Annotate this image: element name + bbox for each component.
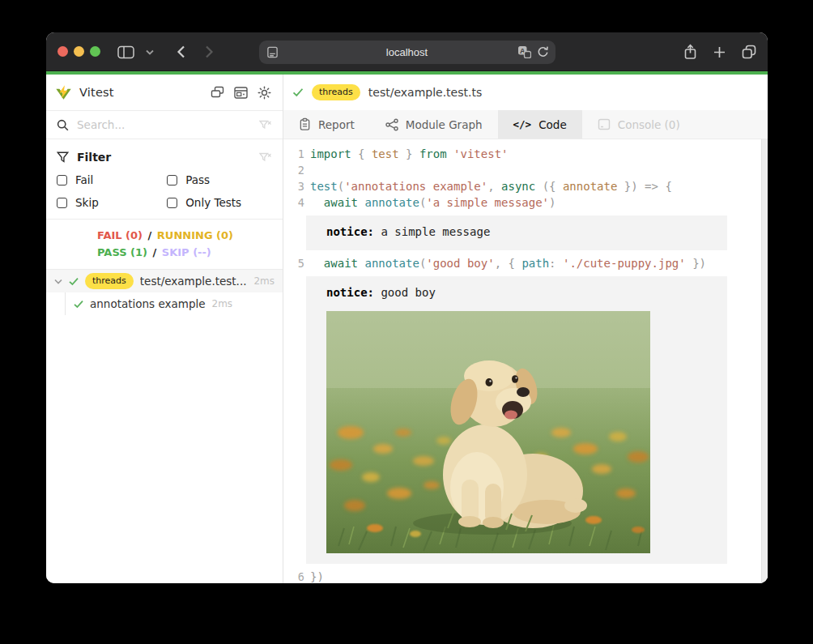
line-number: 1 <box>283 146 304 162</box>
module-graph-icon <box>385 118 398 131</box>
sidebar: Vitest <box>46 75 283 583</box>
notice-label: notice: <box>326 225 374 238</box>
line-number: 5 <box>283 255 304 271</box>
code-line-4: 4 await annotate('a simple message') <box>283 194 768 211</box>
check-icon <box>74 300 83 309</box>
code-line-6: 6}) <box>283 569 768 583</box>
annotation-notice: notice: a simple message <box>306 215 727 250</box>
panels-icon[interactable] <box>211 86 224 99</box>
tab-module-graph[interactable]: Module Graph <box>370 110 498 139</box>
file-path: test/example.test.ts <box>368 86 482 99</box>
pool-badge: threads <box>312 84 360 100</box>
fail-count: FAIL (0) <box>97 229 143 241</box>
line-number: 6 <box>283 569 304 583</box>
translate-icon[interactable]: A <box>517 45 531 58</box>
filter-option-fail[interactable]: Fail <box>57 173 167 186</box>
reload-icon[interactable] <box>537 45 549 58</box>
test-duration: 2ms <box>253 275 275 287</box>
checkbox[interactable] <box>167 175 177 186</box>
skip-count: SKIP (--) <box>162 246 211 258</box>
code-line-5: 5 await annotate('good boy', { path: './… <box>283 255 768 271</box>
checkbox[interactable] <box>167 198 177 208</box>
vitest-app: Vitest <box>46 71 768 583</box>
filter-funnel-icon <box>57 151 69 163</box>
tab-code[interactable]: </> Code <box>498 110 582 139</box>
minimize-window-button[interactable] <box>74 46 84 57</box>
test-duration: 2ms <box>212 298 233 309</box>
clear-search-icon[interactable] <box>259 120 272 130</box>
theme-toggle-sun-icon[interactable] <box>258 86 271 100</box>
dashboard-icon[interactable] <box>234 87 248 99</box>
code-line-3: 3test('annotations example', async ({ an… <box>283 178 768 194</box>
tab-overview-icon[interactable] <box>742 45 756 59</box>
filter-option-only-tests[interactable]: Only Tests <box>167 196 272 209</box>
file-header: threads test/example.test.ts <box>283 75 768 110</box>
line-number: 4 <box>283 194 304 211</box>
forward-button[interactable] <box>205 45 214 58</box>
tab-report[interactable]: Report <box>283 110 370 139</box>
test-file-name: test/example.test.... <box>140 275 248 288</box>
code-line-1: 1import { test } from 'vitest' <box>283 146 768 162</box>
clear-filter-icon[interactable] <box>259 152 272 163</box>
chevron-down-icon[interactable] <box>146 49 154 55</box>
line-number: 3 <box>283 178 304 194</box>
chevron-down-icon[interactable] <box>54 279 62 284</box>
check-icon <box>69 277 79 286</box>
notice-label: notice: <box>326 286 374 299</box>
vitest-logo-icon <box>55 84 72 101</box>
search-icon <box>57 119 69 131</box>
traffic-lights <box>57 46 100 57</box>
test-case-row[interactable]: annotations example 2ms <box>65 292 283 315</box>
filter-option-pass[interactable]: Pass <box>167 173 272 186</box>
run-summary: FAIL (0) / RUNNING (0) PASS (1) / SKIP (… <box>46 220 283 270</box>
search-input[interactable] <box>77 118 251 131</box>
puppy-photo[interactable] <box>326 311 650 553</box>
new-tab-icon[interactable] <box>713 46 726 58</box>
test-case-name: annotations example <box>90 297 206 310</box>
safari-window: localhost A <box>46 32 768 583</box>
report-icon <box>299 117 311 131</box>
app-title: Vitest <box>79 86 114 99</box>
console-icon <box>598 118 611 130</box>
browser-toolbar: localhost A <box>46 32 768 71</box>
test-file-row[interactable]: threads test/example.test.... 2ms <box>46 270 283 292</box>
url-text: localhost <box>259 41 555 64</box>
pass-count: PASS (1) <box>97 246 147 258</box>
tab-console[interactable]: Console (0) <box>582 110 696 139</box>
code-area: 1import { test } from 'vitest'23test('an… <box>283 139 768 583</box>
code-icon: </> <box>513 118 532 130</box>
code-line-2: 2 <box>283 162 768 178</box>
view-tabs: Report Module Graph </> Code <box>283 110 768 139</box>
scrollbar[interactable] <box>761 139 768 583</box>
close-window-button[interactable] <box>57 46 68 57</box>
line-number: 2 <box>283 162 304 178</box>
sidebar-toggle-icon[interactable] <box>117 45 134 59</box>
filter-option-skip[interactable]: Skip <box>57 196 167 209</box>
running-count: RUNNING (0) <box>157 229 233 241</box>
checkbox[interactable] <box>57 198 67 208</box>
pool-badge: threads <box>85 273 134 289</box>
address-bar[interactable]: localhost A <box>259 41 555 64</box>
main-panel: threads test/example.test.ts Report <box>283 75 768 583</box>
filter-section: Filter Fail Pass Skip Only Tests <box>46 139 283 220</box>
filter-label: Filter <box>77 151 251 164</box>
share-icon[interactable] <box>683 44 697 60</box>
back-button[interactable] <box>177 45 185 58</box>
zoom-window-button[interactable] <box>90 46 100 57</box>
check-icon <box>292 87 304 97</box>
annotation-notice: notice: good boy <box>306 276 727 564</box>
checkbox[interactable] <box>57 175 67 186</box>
